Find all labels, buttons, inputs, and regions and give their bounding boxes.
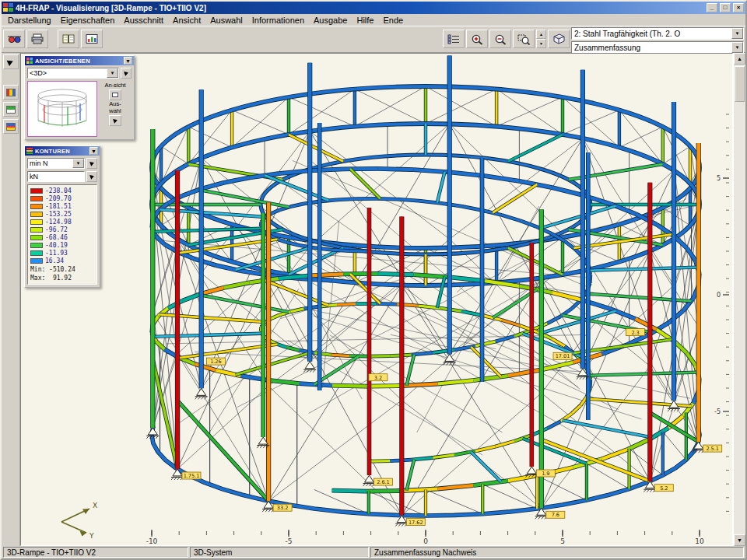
- unit-pick-button[interactable]: [86, 171, 97, 182]
- svg-text:17.01: 17.01: [556, 353, 570, 359]
- contour-pick-button[interactable]: [86, 158, 97, 169]
- plane-pick-button[interactable]: [121, 68, 132, 79]
- legend-swatch: [30, 227, 43, 233]
- close-button[interactable]: ×: [733, 3, 744, 12]
- menu-item-ausgabe[interactable]: Ausgabe: [309, 15, 352, 26]
- svg-text:-5: -5: [714, 408, 721, 415]
- scrollbar-track[interactable]: [734, 65, 745, 534]
- spin-up-icon[interactable]: ▲: [536, 30, 546, 39]
- svg-text:1.26: 1.26: [210, 359, 221, 365]
- contour-type-combo[interactable]: min N ▼: [27, 158, 85, 169]
- section-icon: [6, 123, 16, 131]
- menu-item-eigenschaften[interactable]: Eigenschaften: [56, 15, 120, 26]
- svg-text:2.3: 2.3: [631, 330, 639, 336]
- result-list-button[interactable]: [443, 30, 465, 48]
- spin-down-icon[interactable]: ▼: [536, 39, 546, 48]
- view-3d-button[interactable]: [3, 30, 25, 48]
- legend-value: -153.25: [45, 211, 72, 218]
- legend-row: 16.34: [30, 257, 94, 264]
- zoom-window-button[interactable]: [513, 30, 535, 48]
- svg-text:10: 10: [695, 537, 704, 545]
- menu-item-darstellung[interactable]: Darstellung: [3, 15, 56, 26]
- panel-close-icon[interactable]: ▼: [89, 147, 98, 155]
- title-bar: 4H-FRAP - Visualisierung [3D-Rampe - TIO…: [2, 2, 745, 14]
- app-icon: [3, 3, 13, 12]
- ansicht-panel-titlebar[interactable]: ANSICHT/EBENEN ▼: [25, 56, 134, 65]
- status-system: 3D-System: [190, 547, 369, 558]
- view-preview[interactable]: [27, 81, 97, 137]
- panel-close-icon[interactable]: ▼: [124, 57, 132, 65]
- print-button[interactable]: [26, 30, 48, 48]
- cube-icon: [551, 33, 566, 45]
- legend-swatch: [30, 250, 43, 256]
- legend-list: -238.04-209.70-181.51-153.25-124.98-96.7…: [30, 187, 94, 264]
- legend-swatch: [30, 196, 43, 201]
- ansicht-panel-title: ANSICHT/EBENEN: [35, 58, 90, 65]
- pages-button[interactable]: [58, 30, 79, 48]
- viewport: 17.6233.21.75.12.5.15.27.62.6.11.917.013…: [20, 53, 733, 546]
- view-rotate-stepper[interactable]: ▲ ▼: [536, 30, 546, 48]
- zoom-in-button[interactable]: [466, 30, 488, 48]
- legend-min: Min: -510.24: [30, 266, 94, 273]
- select-button[interactable]: [109, 115, 121, 126]
- report-button[interactable]: [81, 30, 103, 48]
- legend-swatch: [30, 243, 43, 248]
- zoom-window-icon: [517, 33, 531, 45]
- svg-text:7.6: 7.6: [552, 512, 559, 518]
- menu-item-informationen[interactable]: Informationen: [247, 15, 309, 26]
- result-combo[interactable]: Zusammenfassung ▼: [571, 41, 744, 54]
- section-tool-button[interactable]: [3, 119, 19, 134]
- book-icon: [61, 33, 75, 44]
- legend-value: -124.98: [45, 219, 72, 226]
- legend-swatch: [30, 235, 43, 240]
- loadcase-combo[interactable]: 2: Stahl Tragfähigkeit (Th. 2. O ▼: [571, 27, 744, 40]
- unit-combo-value: kN: [30, 173, 84, 180]
- vertical-scrollbar[interactable]: ▲ ▼: [733, 53, 745, 546]
- view-button[interactable]: [109, 89, 121, 100]
- pick-arrow-icon: [89, 173, 95, 179]
- view-preview-thumbnail: [28, 82, 96, 136]
- legend-row: -124.98: [30, 219, 94, 226]
- menu-item-ausschnitt[interactable]: Ausschnitt: [119, 15, 168, 26]
- view-button-label: An-sicht: [103, 82, 127, 89]
- legend-row: -153.25: [30, 211, 94, 218]
- chevron-down-icon[interactable]: ▼: [107, 68, 118, 78]
- pointer-tool-button[interactable]: [3, 54, 19, 69]
- combo-stack: 2: Stahl Tragfähigkeit (Th. 2. O ▼ Zusam…: [571, 27, 744, 54]
- scrollbar-thumb[interactable]: [735, 66, 745, 102]
- layers-icon: [6, 89, 16, 96]
- zoom-out-button[interactable]: [489, 30, 511, 48]
- legend-row: -40.19: [30, 242, 94, 249]
- main-content: 17.6233.21.75.12.5.15.27.62.6.11.917.013…: [2, 53, 745, 546]
- menu-item-auswahl[interactable]: Auswahl: [205, 15, 247, 26]
- konturen-panel-titlebar[interactable]: KONTUREN ▼: [25, 146, 100, 156]
- legend-value: -68.46: [45, 234, 68, 241]
- svg-text:33.2: 33.2: [277, 505, 288, 511]
- konturen-panel: KONTUREN ▼ min N ▼ kN: [24, 145, 100, 288]
- svg-text:1.9: 1.9: [542, 471, 549, 477]
- chevron-down-icon[interactable]: ▼: [72, 159, 84, 168]
- chevron-down-icon[interactable]: ▼: [731, 42, 743, 53]
- legend-row: -181.51: [30, 203, 94, 210]
- numbered-list-icon: [447, 33, 461, 44]
- legend-max: Max: 91.92: [30, 275, 94, 282]
- unit-combo[interactable]: kN: [27, 171, 85, 182]
- view-combo[interactable]: <3D> ▼: [27, 68, 119, 79]
- menu-item-ende[interactable]: Ende: [378, 15, 408, 26]
- menu-item-hilfe[interactable]: Hilfe: [352, 15, 378, 26]
- svg-text:3.2: 3.2: [374, 375, 382, 381]
- legend-row: -68.46: [30, 234, 94, 241]
- scroll-up-icon[interactable]: ▲: [734, 53, 745, 65]
- layers-tool-button[interactable]: [3, 85, 19, 100]
- svg-text:-5: -5: [286, 537, 293, 545]
- contour-tool-button[interactable]: [3, 102, 19, 117]
- perspective-button[interactable]: [548, 30, 570, 48]
- loadcase-combo-value: 2: Stahl Tragfähigkeit (Th. 2. O: [574, 30, 731, 38]
- legend-value: -181.51: [45, 203, 72, 210]
- scroll-down-icon[interactable]: ▼: [734, 534, 745, 546]
- minimize-button[interactable]: _: [707, 3, 717, 12]
- chevron-down-icon[interactable]: ▼: [731, 28, 743, 39]
- menu-item-ansicht[interactable]: Ansicht: [168, 15, 205, 26]
- toolbar: ▲ ▼ 2: Stahl Tragfähigkeit (Th. 2. O ▼ Z…: [2, 26, 745, 53]
- maximize-button[interactable]: □: [720, 3, 731, 12]
